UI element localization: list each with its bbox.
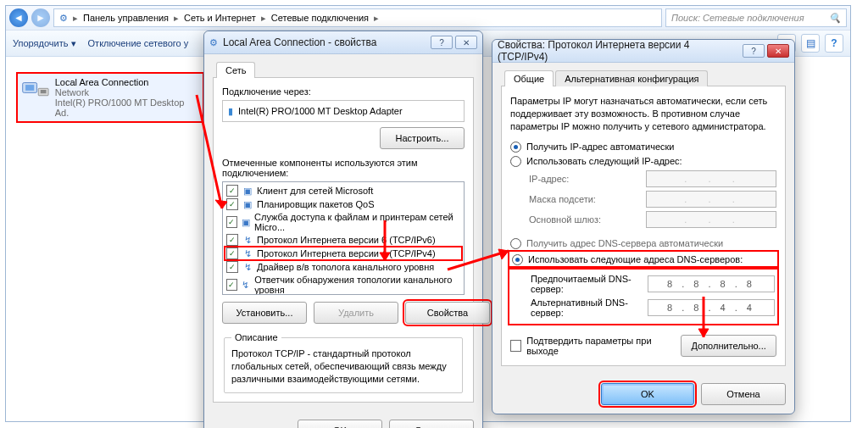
help-button[interactable]: ? (743, 44, 765, 58)
tab-general[interactable]: Общие (504, 70, 554, 86)
ethernet-adapter-icon (21, 77, 50, 103)
ok-button[interactable]: OK (298, 420, 382, 428)
svg-rect-1 (25, 85, 34, 91)
close-button[interactable]: ✕ (767, 44, 789, 58)
close-button[interactable]: ✕ (455, 36, 477, 49)
cancel-button[interactable]: Отмена (389, 420, 474, 428)
crumb-net-internet[interactable]: Сеть и Интернет (184, 13, 256, 23)
adapter-name-box: ▮ Intel(R) PRO/1000 MT Desktop Adapter (222, 100, 465, 122)
uninstall-button: Удалить (314, 302, 398, 324)
crumb-net-connections[interactable]: Сетевые подключения (271, 13, 369, 23)
subnet-mask-field: . . . (646, 191, 776, 208)
adapter-card-icon: ▮ (228, 106, 233, 117)
network-icon: ⚙ (59, 13, 68, 24)
network-icon: ⚙ (209, 37, 218, 48)
gateway-field: . . . (646, 211, 776, 228)
ipv4-intro: Параметры IP могут назначаться автоматич… (510, 95, 776, 133)
address-bar: ◄ ► ⚙ ▸ Панель управления ▸ Сеть и Интер… (6, 6, 850, 31)
validate-checkbox[interactable] (510, 340, 521, 352)
properties-button[interactable]: Свойства (405, 302, 490, 324)
lac-properties-dialog: ⚙ Local Area Connection - свойства ? ✕ С… (203, 31, 483, 428)
dialog-title: Local Area Connection - свойства (223, 36, 426, 48)
nav-back-icon[interactable]: ◄ (9, 8, 28, 27)
preferred-dns-field[interactable]: 8 . 8 . 8 . 8 (648, 275, 775, 292)
ip-manual-radio[interactable]: Использовать следующий IP-адрес: (510, 156, 776, 167)
ok-button[interactable]: OK (601, 383, 694, 405)
components-list[interactable]: ✓▣Клиент для сетей Microsoft ✓▣Планировщ… (222, 181, 465, 295)
ip-address-field: . . . (646, 170, 776, 187)
ipv4-properties-dialog: Свойства: Протокол Интернета версии 4 (T… (492, 39, 795, 414)
dns-manual-radio[interactable]: Использовать следующие адреса DNS-сервер… (510, 253, 776, 267)
connection-status: Network (55, 87, 199, 97)
install-button[interactable]: Установить... (222, 302, 307, 324)
dns-auto-radio[interactable]: Получить адрес DNS-сервера автоматически (510, 238, 776, 249)
network-connection-item[interactable]: Local Area Connection Network Intel(R) P… (16, 72, 204, 123)
tab-network[interactable]: Сеть (216, 62, 255, 78)
tab-alt-config[interactable]: Альтернативная конфигурация (555, 70, 708, 86)
ip-auto-radio[interactable]: Получить IP-адрес автоматически (510, 142, 776, 153)
description-text: Протокол TCP/IP - стандартный протокол г… (231, 347, 455, 386)
crumb-control-panel[interactable]: Панель управления (83, 13, 169, 23)
preview-icon[interactable]: ▤ (801, 34, 820, 53)
dialog-title: Свойства: Протокол Интернета версии 4 (T… (498, 39, 737, 63)
breadcrumb[interactable]: ⚙ ▸ Панель управления ▸ Сеть и Интернет … (53, 8, 662, 27)
cancel-button[interactable]: Отмена (701, 383, 786, 405)
search-icon: 🔍 (829, 13, 841, 24)
ipv4-component-row: ✓↯Протокол Интернета версии 4 (TCP/IPv4) (225, 247, 462, 260)
connection-adapter: Intel(R) PRO/1000 MT Desktop Ad. (55, 97, 199, 118)
adapter-full-name: Intel(R) PRO/1000 MT Desktop Adapter (238, 106, 403, 116)
connect-using-label: Подключение через: (222, 86, 465, 97)
advanced-button[interactable]: Дополнительно... (681, 335, 776, 357)
components-label: Отмеченные компоненты используются этим … (222, 158, 465, 178)
help-button[interactable]: ? (431, 36, 453, 49)
search-input[interactable]: Поиск: Сетевые подключения 🔍 (665, 8, 847, 27)
help-icon[interactable]: ? (825, 34, 843, 53)
nav-forward-icon[interactable]: ► (31, 8, 50, 27)
configure-button[interactable]: Настроить... (380, 127, 465, 149)
connection-name: Local Area Connection (55, 77, 199, 87)
toolbar-organize[interactable]: Упорядочить ▾ (13, 38, 76, 49)
description-heading: Описание (231, 332, 281, 342)
toolbar-disable-adapter[interactable]: Отключение сетевого у (88, 38, 189, 48)
alternate-dns-field[interactable]: 8 . 8 . 4 . 4 (648, 299, 775, 316)
svg-rect-3 (41, 90, 47, 93)
search-placeholder: Поиск: Сетевые подключения (671, 13, 804, 23)
